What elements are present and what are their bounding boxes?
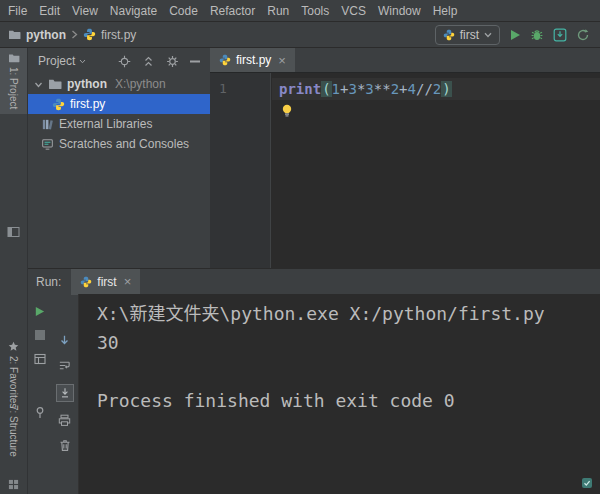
menu-window[interactable]: Window (372, 1, 427, 21)
close-icon[interactable]: × (278, 54, 286, 67)
python-file-icon (83, 28, 96, 41)
run-panel: Run: first × (28, 268, 600, 494)
intention-bulb-icon[interactable] (281, 104, 293, 118)
code-token-number: 4 (408, 81, 416, 97)
menu-refactor[interactable]: Refactor (204, 1, 261, 21)
menu-view[interactable]: View (66, 1, 104, 21)
print-icon[interactable] (58, 414, 71, 427)
tree-libraries-label: External Libraries (59, 117, 152, 131)
rerun-icon[interactable] (34, 306, 45, 317)
run-tab-first[interactable]: first × (71, 269, 140, 295)
code-token-open-paren: ( (321, 81, 331, 97)
scroll-to-end-icon[interactable] (56, 384, 74, 402)
run-toolbar: first (435, 25, 600, 45)
run-tab-bar: Run: first × (28, 268, 600, 294)
code-token-print: print (279, 81, 321, 97)
tree-row-first-py[interactable]: first.py (28, 94, 210, 114)
code-token-operator: + (399, 81, 407, 97)
editor-body[interactable]: 1 print(1+3*3**2+4//2) (210, 73, 600, 268)
menu-navigate[interactable]: Navigate (104, 1, 163, 21)
chevron-down-icon (34, 80, 43, 89)
menu-help[interactable]: Help (427, 1, 464, 21)
python-file-icon (443, 29, 455, 41)
menu-tools[interactable]: Tools (295, 1, 335, 21)
editor-tab-first-py[interactable]: first.py × (210, 48, 295, 72)
tool-window-switcher-icon[interactable] (8, 479, 19, 490)
down-arrow-icon[interactable] (58, 334, 71, 347)
code-token-number: 3 (365, 81, 373, 97)
code-token-number: 3 (348, 81, 356, 97)
console-line-command: X:\新建文件夹\python.exe X:/python/first.py (97, 299, 600, 328)
tree-scratches-label: Scratches and Consoles (59, 137, 189, 151)
stop-icon[interactable] (35, 330, 45, 340)
code-token-number: 2 (433, 81, 441, 97)
python-file-icon (219, 54, 231, 66)
pin-icon[interactable] (34, 406, 46, 419)
left-tool-stripe: 1: Project 2: Favorites 7: Structure (0, 48, 28, 494)
console-line-blank (97, 357, 600, 386)
scratches-icon (41, 138, 54, 151)
project-panel: Project (28, 48, 210, 268)
code-token-close-paren: ) (441, 81, 451, 97)
tree-root-name: python (67, 77, 107, 91)
code-token-number: 2 (391, 81, 399, 97)
tree-row-scratches[interactable]: Scratches and Consoles (28, 134, 210, 154)
console-line-exit-status: Process finished with exit code 0 (97, 386, 600, 415)
run-config-select[interactable]: first (435, 25, 500, 45)
debug-button[interactable] (530, 28, 544, 42)
run-panel-label: Run: (36, 275, 61, 289)
editor-area: first.py × 1 print(1+3*3**2+4//2) (210, 48, 600, 268)
code-token-operator: // (416, 81, 433, 97)
menu-edit[interactable]: Edit (33, 1, 66, 21)
python-file-icon (80, 276, 92, 288)
restart-button[interactable] (576, 28, 590, 42)
editor-tab-label: first.py (236, 53, 271, 67)
project-tree: python X:\python first.py External Libra… (28, 74, 210, 154)
status-widget-icon[interactable] (581, 477, 593, 489)
collapse-all-icon[interactable] (142, 55, 155, 68)
folder-icon (8, 53, 20, 63)
chevron-down-icon (79, 59, 86, 64)
menu-run[interactable]: Run (261, 1, 295, 21)
star-icon (8, 341, 19, 352)
breadcrumb-project[interactable]: python (26, 28, 66, 42)
pycharm-window: File Edit View Navigate Code Refactor Ru… (0, 0, 600, 494)
coverage-button[interactable] (553, 28, 567, 42)
chevron-down-icon (484, 32, 492, 38)
project-panel-title[interactable]: Project (38, 54, 75, 68)
breadcrumb-file[interactable]: first.py (101, 28, 136, 42)
libraries-icon (41, 118, 54, 131)
run-console[interactable]: X:\新建文件夹\python.exe X:/python/first.py 3… (78, 294, 600, 494)
hide-panel-icon[interactable] (190, 60, 200, 63)
soft-wrap-icon[interactable] (58, 359, 71, 372)
run-body: X:\新建文件夹\python.exe X:/python/first.py 3… (28, 294, 600, 494)
menu-code[interactable]: Code (163, 1, 204, 21)
breadcrumb: python first.py (0, 28, 136, 42)
restore-layout-icon[interactable] (34, 353, 46, 365)
tree-row-external-libraries[interactable]: External Libraries (28, 114, 210, 134)
close-icon[interactable]: × (124, 275, 132, 288)
folder-icon (48, 78, 62, 90)
editor-gutter: 1 (210, 73, 271, 268)
run-tab-label: first (97, 275, 116, 289)
code-token-operator: * (357, 81, 365, 97)
menu-file[interactable]: File (2, 1, 33, 21)
locate-target-icon[interactable] (118, 55, 131, 68)
code-line-1[interactable]: print(1+3*3**2+4//2) (272, 78, 600, 100)
run-console-toolbar (51, 294, 78, 494)
tool-button-project[interactable]: 1: Project (0, 48, 27, 114)
tool-button-structure-label: 7: Structure (8, 405, 19, 457)
tool-window-icon[interactable] (7, 226, 20, 238)
menu-vcs[interactable]: VCS (335, 1, 372, 21)
tree-row-root[interactable]: python X:\python (28, 74, 210, 94)
folder-icon (8, 29, 21, 40)
trash-icon[interactable] (59, 439, 71, 452)
tool-button-project-label: 1: Project (8, 67, 19, 109)
code-token-number: 1 (332, 81, 340, 97)
tool-button-structure[interactable]: 7: Structure (0, 400, 27, 462)
tree-root-path: X:\python (115, 77, 166, 91)
code-token-operator: ** (374, 81, 391, 97)
console-line-output: 30 (97, 328, 600, 357)
run-button[interactable] (509, 29, 521, 41)
gear-icon[interactable] (166, 55, 179, 68)
